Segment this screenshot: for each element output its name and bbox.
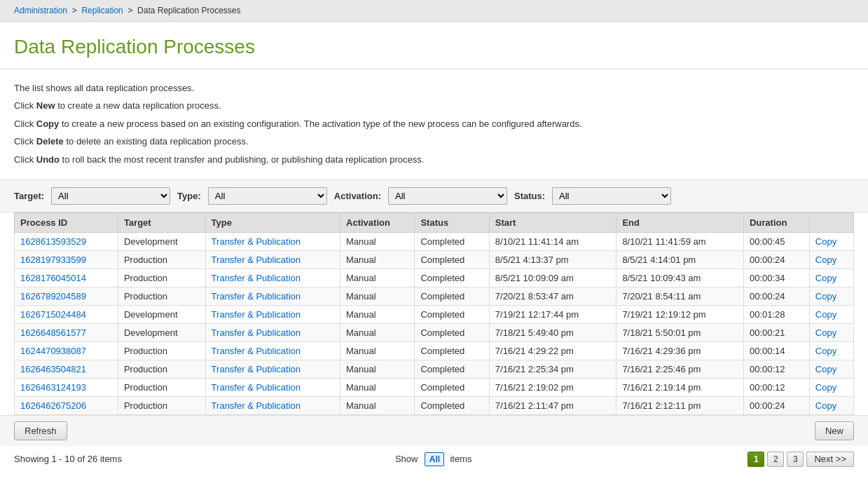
cell-status: Completed xyxy=(415,269,489,287)
process-id-link[interactable]: 1626463124193 xyxy=(20,382,86,393)
cell-target: Development xyxy=(118,323,205,341)
process-id-link[interactable]: 1626463504821 xyxy=(20,364,86,374)
process-id-link[interactable]: 1624470938087 xyxy=(20,346,86,356)
cell-status: Completed xyxy=(415,250,489,269)
cell-process-id: 1628176045014 xyxy=(15,269,118,287)
footer-buttons: Refresh xyxy=(14,421,67,440)
cell-process-id: 1626463124193 xyxy=(15,378,118,396)
show-all-button[interactable]: All xyxy=(425,452,444,466)
cell-end: 7/16/21 2:12:11 pm xyxy=(616,396,744,414)
col-type: Type xyxy=(205,212,340,232)
cell-copy: Copy xyxy=(809,360,853,378)
type-link[interactable]: Transfer & Publication xyxy=(212,382,301,393)
copy-link[interactable]: Copy xyxy=(815,273,836,283)
col-status: Status xyxy=(415,212,489,232)
new-button[interactable]: New xyxy=(815,421,854,440)
cell-duration: 00:00:12 xyxy=(743,378,809,396)
footer-right-buttons: New xyxy=(815,421,854,440)
cell-activation: Manual xyxy=(340,232,415,250)
next-button[interactable]: Next >> xyxy=(806,452,854,467)
table-row: 1628197933599 Production Transfer & Publ… xyxy=(15,250,854,269)
type-link[interactable]: Transfer & Publication xyxy=(212,327,301,338)
copy-link[interactable]: Copy xyxy=(815,327,836,338)
process-id-link[interactable]: 1626462675206 xyxy=(20,400,86,411)
type-link[interactable]: Transfer & Publication xyxy=(212,255,301,265)
cell-start: 7/19/21 12:17:44 pm xyxy=(489,305,616,323)
cell-process-id: 1624470938087 xyxy=(15,341,118,360)
col-end: End xyxy=(616,212,744,232)
cell-type: Transfer & Publication xyxy=(205,378,340,396)
info-line1: The list shows all data replication proc… xyxy=(14,80,854,96)
process-id-link[interactable]: 1626648561577 xyxy=(20,327,86,338)
activation-select[interactable]: All xyxy=(388,187,507,205)
type-select[interactable]: All xyxy=(208,187,327,205)
process-id-link[interactable]: 1626715024484 xyxy=(20,309,86,320)
table-row: 1626463124193 Production Transfer & Publ… xyxy=(15,378,854,396)
cell-target: Production xyxy=(118,341,205,360)
col-start: Start xyxy=(489,212,616,232)
copy-link[interactable]: Copy xyxy=(815,346,836,356)
process-id-link[interactable]: 1626789204589 xyxy=(20,291,86,302)
cell-copy: Copy xyxy=(809,232,853,250)
copy-link[interactable]: Copy xyxy=(815,309,836,320)
copy-link[interactable]: Copy xyxy=(815,382,836,393)
copy-link[interactable]: Copy xyxy=(815,400,836,411)
table-row: 1626648561577 Development Transfer & Pub… xyxy=(15,323,854,341)
data-table: Process ID Target Type Activation Status… xyxy=(14,212,854,415)
cell-status: Completed xyxy=(415,305,489,323)
cell-target: Production xyxy=(118,396,205,414)
cell-activation: Manual xyxy=(340,378,415,396)
cell-status: Completed xyxy=(415,378,489,396)
page-title: Data Replication Processes xyxy=(0,22,868,69)
copy-link[interactable]: Copy xyxy=(815,291,836,302)
cell-activation: Manual xyxy=(340,269,415,287)
type-link[interactable]: Transfer & Publication xyxy=(212,346,301,356)
cell-copy: Copy xyxy=(809,287,853,305)
type-link[interactable]: Transfer & Publication xyxy=(212,273,301,283)
process-id-link[interactable]: 1628176045014 xyxy=(20,273,86,283)
refresh-button[interactable]: Refresh xyxy=(14,421,67,440)
type-link[interactable]: Transfer & Publication xyxy=(212,364,301,374)
breadcrumb-replication-link[interactable]: Replication xyxy=(81,6,123,15)
table-row: 1626462675206 Production Transfer & Publ… xyxy=(15,396,854,414)
table-row: 1628613593529 Development Transfer & Pub… xyxy=(15,232,854,250)
cell-process-id: 1628613593529 xyxy=(15,232,118,250)
cell-start: 7/16/21 2:25:34 pm xyxy=(489,360,616,378)
copy-link[interactable]: Copy xyxy=(815,255,836,265)
status-select[interactable]: All xyxy=(552,187,671,205)
cell-type: Transfer & Publication xyxy=(205,360,340,378)
cell-process-id: 1628197933599 xyxy=(15,250,118,269)
type-link[interactable]: Transfer & Publication xyxy=(212,400,301,411)
col-activation: Activation xyxy=(340,212,415,232)
cell-duration: 00:00:14 xyxy=(743,341,809,360)
target-select[interactable]: All Development Production xyxy=(51,187,170,205)
cell-copy: Copy xyxy=(809,269,853,287)
copy-link[interactable]: Copy xyxy=(815,364,836,374)
footer-row: Refresh New xyxy=(0,415,868,446)
col-process-id: Process ID xyxy=(15,212,118,232)
cell-status: Completed xyxy=(415,341,489,360)
col-target: Target xyxy=(118,212,205,232)
cell-target: Production xyxy=(118,250,205,269)
page-2-button[interactable]: 2 xyxy=(767,452,784,467)
page-1-button[interactable]: 1 xyxy=(748,452,764,467)
activation-label: Activation: xyxy=(334,191,381,201)
cell-process-id: 1626462675206 xyxy=(15,396,118,414)
breadcrumb-admin-link[interactable]: Administration xyxy=(14,6,67,15)
cell-type: Transfer & Publication xyxy=(205,232,340,250)
type-link[interactable]: Transfer & Publication xyxy=(212,291,301,302)
table-row: 1626715024484 Development Transfer & Pub… xyxy=(15,305,854,323)
process-id-link[interactable]: 1628613593529 xyxy=(20,236,86,247)
copy-link[interactable]: Copy xyxy=(815,236,836,247)
cell-target: Production xyxy=(118,378,205,396)
type-link[interactable]: Transfer & Publication xyxy=(212,236,301,247)
cell-start: 7/16/21 4:29:22 pm xyxy=(489,341,616,360)
cell-start: 7/20/21 8:53:47 am xyxy=(489,287,616,305)
table-row: 1626789204589 Production Transfer & Publ… xyxy=(15,287,854,305)
process-id-link[interactable]: 1628197933599 xyxy=(20,255,86,265)
cell-duration: 00:00:24 xyxy=(743,396,809,414)
cell-end: 7/16/21 2:19:14 pm xyxy=(616,378,744,396)
page-3-button[interactable]: 3 xyxy=(787,452,804,467)
filter-row: Target: All Development Production Type:… xyxy=(0,180,868,212)
type-link[interactable]: Transfer & Publication xyxy=(212,309,301,320)
